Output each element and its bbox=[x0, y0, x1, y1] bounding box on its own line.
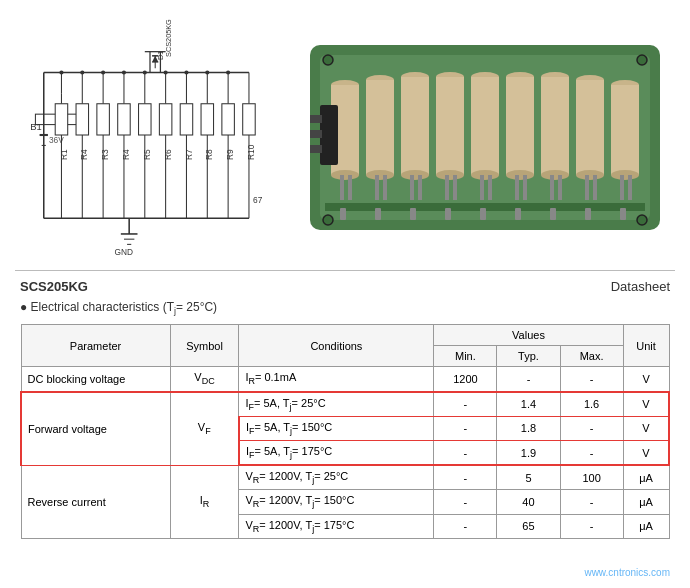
doc-type-label: Datasheet bbox=[611, 279, 670, 294]
dc-blocking-max: - bbox=[560, 367, 623, 392]
forward-voltage-symbol: VF bbox=[170, 392, 239, 466]
svg-rect-19 bbox=[55, 104, 67, 135]
svg-text:R9: R9 bbox=[225, 149, 235, 160]
rc-min-2: - bbox=[434, 490, 497, 514]
svg-rect-133 bbox=[620, 208, 626, 220]
datasheet-header: SCS205KG Datasheet bbox=[20, 279, 670, 294]
svg-rect-123 bbox=[310, 145, 322, 153]
dc-blocking-unit: V bbox=[623, 367, 669, 392]
svg-text:R4: R4 bbox=[121, 149, 131, 160]
section-title: Electrical characteristics (Tj= 25°C) bbox=[20, 300, 670, 316]
part-number-label: SCS205KG bbox=[20, 279, 88, 294]
min-header: Min. bbox=[434, 346, 497, 367]
svg-rect-79 bbox=[348, 175, 352, 200]
fv-typ-2: 1.8 bbox=[497, 416, 560, 440]
svg-rect-39 bbox=[159, 104, 172, 135]
svg-text:R10: R10 bbox=[246, 144, 256, 160]
svg-rect-126 bbox=[375, 208, 381, 220]
fv-cond-3: IF= 5A, Tj= 175°C bbox=[239, 440, 434, 465]
svg-rect-78 bbox=[340, 175, 344, 200]
svg-rect-31 bbox=[118, 104, 131, 135]
svg-rect-86 bbox=[401, 77, 429, 175]
unit-header: Unit bbox=[623, 325, 669, 367]
dc-blocking-min: 1200 bbox=[434, 367, 497, 392]
svg-point-136 bbox=[323, 215, 333, 225]
svg-point-67 bbox=[122, 70, 126, 74]
table-row: Reverse current IR VR= 1200V, Tj= 25°C -… bbox=[21, 465, 669, 490]
svg-rect-83 bbox=[375, 175, 379, 200]
svg-text:R4: R4 bbox=[79, 149, 89, 160]
svg-text:GND: GND bbox=[115, 247, 134, 257]
svg-point-70 bbox=[184, 70, 188, 74]
fv-max-2: - bbox=[560, 416, 623, 440]
svg-rect-116 bbox=[611, 85, 639, 175]
fv-cond-2: IF= 5A, Tj= 150°C bbox=[239, 416, 434, 440]
fv-min-2: - bbox=[434, 416, 497, 440]
rc-min-3: - bbox=[434, 514, 497, 538]
fv-unit-2: V bbox=[623, 416, 669, 440]
fv-min-3: - bbox=[434, 440, 497, 465]
svg-point-102 bbox=[506, 170, 534, 180]
svg-point-87 bbox=[401, 170, 429, 180]
dc-blocking-symbol: VDC bbox=[170, 367, 239, 392]
rc-cond-1: VR= 1200V, Tj= 25°C bbox=[239, 465, 434, 490]
rc-cond-2: VR= 1200V, Tj= 150°C bbox=[239, 490, 434, 514]
rc-typ-3: 65 bbox=[497, 514, 560, 538]
fv-unit-1: V bbox=[623, 392, 669, 417]
fv-max-3: - bbox=[560, 440, 623, 465]
table-row: DC blocking voltage VDC IR= 0.1mA 1200 -… bbox=[21, 367, 669, 392]
svg-rect-131 bbox=[550, 208, 556, 220]
circuit-diagram: B1 36V D1 SCS205KG bbox=[20, 10, 280, 260]
svg-point-134 bbox=[323, 55, 333, 65]
svg-point-65 bbox=[80, 70, 84, 74]
svg-rect-129 bbox=[480, 208, 486, 220]
svg-rect-55 bbox=[243, 104, 256, 135]
fv-typ-1: 1.4 bbox=[497, 392, 560, 417]
svg-rect-103 bbox=[515, 175, 519, 200]
fv-max-1: 1.6 bbox=[560, 392, 623, 417]
svg-rect-51 bbox=[222, 104, 235, 135]
svg-rect-27 bbox=[97, 104, 110, 135]
svg-rect-89 bbox=[418, 175, 422, 200]
svg-point-135 bbox=[637, 55, 647, 65]
dc-blocking-typ: - bbox=[497, 367, 560, 392]
svg-text:R6: R6 bbox=[163, 149, 173, 160]
svg-rect-96 bbox=[471, 77, 499, 175]
rc-max-3: - bbox=[560, 514, 623, 538]
watermark: www.cntronics.com bbox=[584, 567, 670, 578]
reverse-current-param: Reverse current bbox=[21, 465, 170, 538]
forward-voltage-param: Forward voltage bbox=[21, 392, 170, 466]
rc-typ-2: 40 bbox=[497, 490, 560, 514]
svg-point-68 bbox=[143, 70, 147, 74]
svg-rect-101 bbox=[506, 77, 534, 175]
svg-rect-99 bbox=[488, 175, 492, 200]
dc-blocking-condition: IR= 0.1mA bbox=[239, 367, 434, 392]
svg-rect-84 bbox=[383, 175, 387, 200]
svg-rect-122 bbox=[310, 130, 322, 138]
fv-min-1: - bbox=[434, 392, 497, 417]
svg-rect-120 bbox=[320, 105, 338, 165]
svg-rect-47 bbox=[201, 104, 214, 135]
rc-min-1: - bbox=[434, 465, 497, 490]
svg-text:R5: R5 bbox=[142, 149, 152, 160]
svg-point-77 bbox=[331, 170, 359, 180]
svg-rect-106 bbox=[541, 77, 569, 175]
svg-point-107 bbox=[541, 170, 569, 180]
rc-cond-3: VR= 1200V, Tj= 175°C bbox=[239, 514, 434, 538]
table-row: Forward voltage VF IF= 5A, Tj= 25°C - 1.… bbox=[21, 392, 669, 417]
svg-rect-114 bbox=[593, 175, 597, 200]
reverse-current-symbol: IR bbox=[170, 465, 239, 538]
svg-point-66 bbox=[101, 70, 105, 74]
svg-text:SCS205KG: SCS205KG bbox=[164, 19, 173, 57]
svg-rect-132 bbox=[585, 208, 591, 220]
svg-rect-121 bbox=[310, 115, 322, 123]
svg-rect-43 bbox=[180, 104, 193, 135]
product-photo bbox=[280, 10, 670, 260]
table-header-row: Parameter Symbol Conditions Values Unit bbox=[21, 325, 669, 346]
symbol-header: Symbol bbox=[170, 325, 239, 367]
fv-unit-3: V bbox=[623, 440, 669, 465]
typ-header: Typ. bbox=[497, 346, 560, 367]
svg-rect-127 bbox=[410, 208, 416, 220]
characteristics-table: Parameter Symbol Conditions Values Unit … bbox=[20, 324, 670, 538]
rc-unit-2: μA bbox=[623, 490, 669, 514]
